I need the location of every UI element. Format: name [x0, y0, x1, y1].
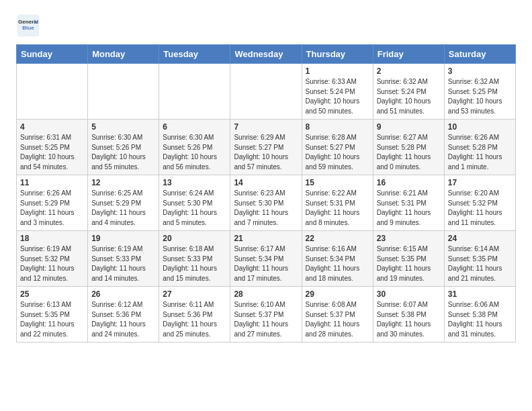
day-info: Sunrise: 6:24 AMSunset: 5:30 PMDaylight:… — [163, 189, 226, 228]
calendar-cell: 15Sunrise: 6:22 AMSunset: 5:31 PMDayligh… — [302, 175, 373, 231]
day-number: 13 — [163, 178, 226, 187]
day-info: Sunrise: 6:11 AMSunset: 5:36 PMDaylight:… — [163, 300, 226, 339]
day-info: Sunrise: 6:12 AMSunset: 5:36 PMDaylight:… — [91, 300, 155, 339]
logo: General Blue — [16, 13, 42, 38]
day-info: Sunrise: 6:31 AMSunset: 5:25 PMDaylight:… — [20, 133, 84, 172]
calendar-cell: 14Sunrise: 6:23 AMSunset: 5:30 PMDayligh… — [230, 175, 302, 231]
day-number: 26 — [91, 289, 155, 299]
day-number: 6 — [163, 122, 226, 132]
calendar-cell: 17Sunrise: 6:20 AMSunset: 5:32 PMDayligh… — [444, 175, 515, 231]
calendar-cell: 27Sunrise: 6:11 AMSunset: 5:36 PMDayligh… — [159, 287, 230, 342]
day-info: Sunrise: 6:08 AMSunset: 5:37 PMDaylight:… — [306, 300, 369, 339]
day-number: 17 — [448, 178, 512, 187]
day-info: Sunrise: 6:33 AMSunset: 5:24 PMDaylight:… — [306, 77, 369, 116]
day-info: Sunrise: 6:21 AMSunset: 5:31 PMDaylight:… — [377, 189, 441, 228]
calendar-cell — [17, 64, 88, 120]
calendar-cell: 28Sunrise: 6:10 AMSunset: 5:37 PMDayligh… — [230, 287, 302, 342]
day-number: 5 — [91, 122, 155, 132]
calendar-cell: 22Sunrise: 6:16 AMSunset: 5:34 PMDayligh… — [302, 231, 373, 287]
day-number: 9 — [377, 122, 441, 132]
day-number: 7 — [234, 122, 298, 132]
day-number: 1 — [306, 66, 369, 76]
calendar-cell: 23Sunrise: 6:15 AMSunset: 5:35 PMDayligh… — [373, 231, 444, 287]
page-header: General Blue — [16, 13, 516, 38]
day-info: Sunrise: 6:28 AMSunset: 5:27 PMDaylight:… — [306, 133, 369, 172]
calendar-cell: 29Sunrise: 6:08 AMSunset: 5:37 PMDayligh… — [302, 287, 373, 342]
day-number: 27 — [163, 289, 226, 299]
day-number: 20 — [163, 234, 226, 243]
weekday-header-tuesday: Tuesday — [159, 45, 230, 64]
calendar-cell: 26Sunrise: 6:12 AMSunset: 5:36 PMDayligh… — [88, 287, 159, 342]
calendar-cell: 11Sunrise: 6:26 AMSunset: 5:29 PMDayligh… — [17, 175, 88, 231]
day-info: Sunrise: 6:16 AMSunset: 5:34 PMDaylight:… — [306, 244, 369, 283]
week-row-1: 1Sunrise: 6:33 AMSunset: 5:24 PMDaylight… — [17, 64, 516, 120]
day-info: Sunrise: 6:23 AMSunset: 5:30 PMDaylight:… — [234, 189, 298, 228]
day-number: 15 — [306, 178, 369, 187]
calendar-cell: 21Sunrise: 6:17 AMSunset: 5:34 PMDayligh… — [230, 231, 302, 287]
weekday-header-thursday: Thursday — [302, 45, 373, 64]
day-info: Sunrise: 6:26 AMSunset: 5:29 PMDaylight:… — [20, 189, 84, 228]
weekday-header-saturday: Saturday — [444, 45, 515, 64]
calendar-cell: 6Sunrise: 6:30 AMSunset: 5:26 PMDaylight… — [159, 120, 230, 175]
day-number: 23 — [377, 234, 441, 243]
day-info: Sunrise: 6:13 AMSunset: 5:35 PMDaylight:… — [20, 300, 84, 339]
day-info: Sunrise: 6:10 AMSunset: 5:37 PMDaylight:… — [234, 300, 298, 339]
calendar-cell: 16Sunrise: 6:21 AMSunset: 5:31 PMDayligh… — [373, 175, 444, 231]
calendar-cell: 3Sunrise: 6:32 AMSunset: 5:25 PMDaylight… — [444, 64, 515, 120]
day-info: Sunrise: 6:29 AMSunset: 5:27 PMDaylight:… — [234, 133, 298, 172]
logo-icon: General Blue — [16, 13, 40, 38]
day-info: Sunrise: 6:18 AMSunset: 5:33 PMDaylight:… — [163, 244, 226, 283]
day-number: 8 — [306, 122, 369, 132]
calendar-cell — [230, 64, 302, 120]
day-info: Sunrise: 6:15 AMSunset: 5:35 PMDaylight:… — [377, 244, 441, 283]
weekday-header-sunday: Sunday — [17, 45, 88, 64]
weekday-header-friday: Friday — [373, 45, 444, 64]
day-info: Sunrise: 6:32 AMSunset: 5:25 PMDaylight:… — [448, 77, 512, 116]
day-number: 30 — [377, 289, 441, 299]
calendar-cell: 1Sunrise: 6:33 AMSunset: 5:24 PMDaylight… — [302, 64, 373, 120]
day-info: Sunrise: 6:26 AMSunset: 5:28 PMDaylight:… — [448, 133, 512, 172]
day-number: 11 — [20, 178, 84, 187]
day-info: Sunrise: 6:06 AMSunset: 5:38 PMDaylight:… — [448, 300, 512, 339]
calendar-cell: 10Sunrise: 6:26 AMSunset: 5:28 PMDayligh… — [444, 120, 515, 175]
calendar-cell: 20Sunrise: 6:18 AMSunset: 5:33 PMDayligh… — [159, 231, 230, 287]
calendar-cell: 7Sunrise: 6:29 AMSunset: 5:27 PMDaylight… — [230, 120, 302, 175]
calendar-cell: 13Sunrise: 6:24 AMSunset: 5:30 PMDayligh… — [159, 175, 230, 231]
day-number: 19 — [91, 234, 155, 243]
weekday-header-row: SundayMondayTuesdayWednesdayThursdayFrid… — [17, 45, 516, 64]
day-info: Sunrise: 6:25 AMSunset: 5:29 PMDaylight:… — [91, 189, 155, 228]
day-number: 29 — [306, 289, 369, 299]
calendar-cell: 19Sunrise: 6:19 AMSunset: 5:33 PMDayligh… — [88, 231, 159, 287]
calendar-cell: 5Sunrise: 6:30 AMSunset: 5:26 PMDaylight… — [88, 120, 159, 175]
day-info: Sunrise: 6:19 AMSunset: 5:33 PMDaylight:… — [91, 244, 155, 283]
day-info: Sunrise: 6:27 AMSunset: 5:28 PMDaylight:… — [377, 133, 441, 172]
day-number: 22 — [306, 234, 369, 243]
day-info: Sunrise: 6:32 AMSunset: 5:24 PMDaylight:… — [377, 77, 441, 116]
week-row-4: 18Sunrise: 6:19 AMSunset: 5:32 PMDayligh… — [17, 231, 516, 287]
calendar-cell: 30Sunrise: 6:07 AMSunset: 5:38 PMDayligh… — [373, 287, 444, 342]
calendar-cell: 4Sunrise: 6:31 AMSunset: 5:25 PMDaylight… — [17, 120, 88, 175]
day-number: 25 — [20, 289, 84, 299]
day-number: 3 — [448, 66, 512, 76]
day-number: 14 — [234, 178, 298, 187]
day-info: Sunrise: 6:14 AMSunset: 5:35 PMDaylight:… — [448, 244, 512, 283]
day-number: 18 — [20, 234, 84, 243]
day-number: 16 — [377, 178, 441, 187]
calendar-cell: 25Sunrise: 6:13 AMSunset: 5:35 PMDayligh… — [17, 287, 88, 342]
weekday-header-wednesday: Wednesday — [230, 45, 302, 64]
calendar-cell — [159, 64, 230, 120]
day-info: Sunrise: 6:19 AMSunset: 5:32 PMDaylight:… — [20, 244, 84, 283]
calendar-cell: 12Sunrise: 6:25 AMSunset: 5:29 PMDayligh… — [88, 175, 159, 231]
day-number: 28 — [234, 289, 298, 299]
week-row-3: 11Sunrise: 6:26 AMSunset: 5:29 PMDayligh… — [17, 175, 516, 231]
day-info: Sunrise: 6:22 AMSunset: 5:31 PMDaylight:… — [306, 189, 369, 228]
day-number: 21 — [234, 234, 298, 243]
day-info: Sunrise: 6:17 AMSunset: 5:34 PMDaylight:… — [234, 244, 298, 283]
day-number: 24 — [448, 234, 512, 243]
day-number: 2 — [377, 66, 441, 76]
calendar-cell: 18Sunrise: 6:19 AMSunset: 5:32 PMDayligh… — [17, 231, 88, 287]
svg-text:Blue: Blue — [22, 25, 34, 31]
calendar-cell: 9Sunrise: 6:27 AMSunset: 5:28 PMDaylight… — [373, 120, 444, 175]
week-row-5: 25Sunrise: 6:13 AMSunset: 5:35 PMDayligh… — [17, 287, 516, 342]
day-number: 4 — [20, 122, 84, 132]
